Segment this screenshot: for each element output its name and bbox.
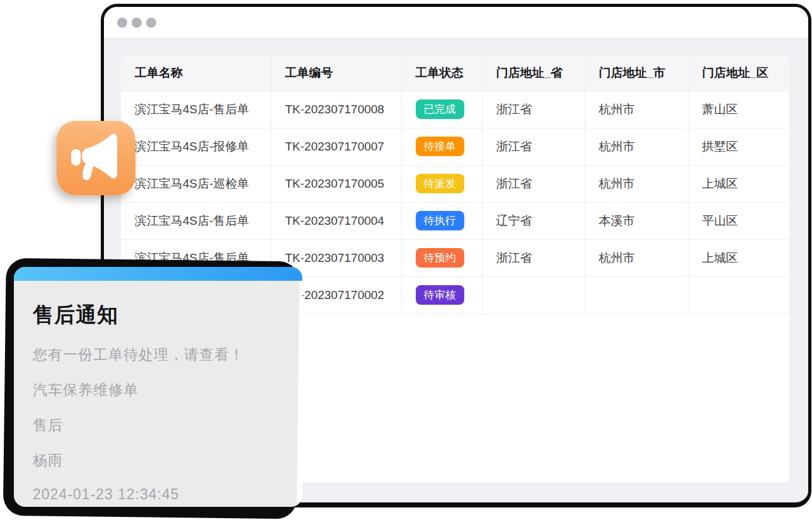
status-badge: 待审核: [416, 285, 464, 305]
notification-card[interactable]: 售后通知 您有一份工单待处理，请查看！ 汽车保养维修单 售后 杨雨 2024-0…: [14, 267, 302, 507]
status-badge: 待派发: [416, 174, 464, 193]
cell-store-city: 杭州市: [585, 128, 688, 165]
cell-store-province: 浙江省: [482, 165, 585, 202]
cell-order-code: TK-202307170007: [271, 128, 401, 165]
window-control-dot[interactable]: [117, 18, 127, 28]
table-row: 滨江宝马4S店-巡检单TK-202307170005待派发浙江省杭州市上城区: [121, 165, 789, 202]
notification-accent-bar: [14, 267, 302, 281]
cell-order-status: 待审核: [401, 276, 482, 314]
cell-store-district: [688, 276, 789, 314]
notification-timestamp: 2024-01-23 12:34:45: [33, 486, 283, 503]
window-control-dot[interactable]: [146, 18, 156, 28]
cell-order-status: 待执行: [401, 202, 482, 239]
cell-store-province: 浙江省: [482, 239, 585, 276]
cell-store-district: 拱墅区: [688, 128, 789, 165]
cell-store-district: 上城区: [688, 239, 789, 276]
window-control-dot[interactable]: [132, 18, 142, 28]
cell-store-city: 本溪市: [585, 202, 688, 239]
column-header-order-code: 工单编号: [271, 56, 401, 91]
table-row: 滨江宝马4S店-售后单TK-202307170004待执行辽宁省本溪市平山区: [121, 202, 789, 239]
window-titlebar: [104, 7, 808, 38]
status-badge: 待执行: [416, 211, 464, 230]
table-row: 滨江宝马4S店-报修单TK-202307170007待接单浙江省杭州市拱墅区: [121, 128, 789, 165]
cell-store-city: 杭州市: [585, 165, 688, 202]
cell-store-city: 杭州市: [585, 91, 688, 128]
cell-order-status: 待预约: [401, 239, 482, 276]
cell-store-city: [585, 276, 688, 314]
cell-store-province: [482, 276, 585, 314]
cell-store-province: 浙江省: [482, 91, 585, 128]
status-badge: 待预约: [416, 248, 464, 268]
column-header-store-district: 门店地址_区: [688, 56, 789, 91]
status-badge: 已完成: [416, 99, 464, 119]
notification-assignee: 杨雨: [33, 451, 283, 470]
cell-order-status: 已完成: [401, 91, 482, 128]
notification-title: 售后通知: [33, 301, 283, 329]
megaphone-glyph: [57, 121, 135, 195]
cell-order-status: 待接单: [401, 128, 482, 165]
notification-card-wrapper: 售后通知 您有一份工单待处理，请查看！ 汽车保养维修单 售后 杨雨 2024-0…: [14, 267, 302, 507]
notification-message: 您有一份工单待处理，请查看！: [33, 345, 283, 365]
cell-order-name: 滨江宝马4S店-报修单: [121, 128, 271, 165]
cell-order-code: TK-202307170004: [271, 202, 401, 239]
column-header-store-province: 门店地址_省: [482, 56, 585, 91]
cell-store-province: 辽宁省: [482, 202, 585, 239]
status-badge: 待接单: [416, 137, 464, 156]
notification-order-type: 汽车保养维修单: [33, 380, 283, 400]
cell-store-city: 杭州市: [585, 239, 688, 276]
cell-store-district: 萧山区: [688, 91, 789, 128]
cell-store-district: 平山区: [688, 202, 789, 239]
cell-order-status: 待派发: [401, 165, 482, 202]
notification-content: 售后通知 您有一份工单待处理，请查看！ 汽车保养维修单 售后 杨雨 2024-0…: [14, 281, 302, 503]
megaphone-icon: [57, 121, 135, 195]
cell-order-name: 滨江宝马4S店-售后单: [121, 202, 271, 239]
cell-store-district: 上城区: [688, 165, 789, 202]
cell-order-name: 滨江宝马4S店-巡检单: [121, 165, 271, 202]
table-header-row: 工单名称 工单编号 工单状态 门店地址_省 门店地址_市 门店地址_区: [121, 56, 789, 91]
cell-store-province: 浙江省: [482, 128, 585, 165]
screenshot-stage: 工单名称 工单编号 工单状态 门店地址_省 门店地址_市 门店地址_区 滨江宝马…: [0, 0, 812, 532]
cell-order-name: 滨江宝马4S店-售后单: [121, 91, 271, 128]
cell-order-code: TK-202307170008: [271, 91, 401, 128]
notification-category: 售后: [33, 416, 283, 435]
table-row: 滨江宝马4S店-售后单TK-202307170008已完成浙江省杭州市萧山区: [121, 91, 789, 128]
cell-order-code: TK-202307170005: [271, 165, 401, 202]
column-header-store-city: 门店地址_市: [585, 56, 688, 91]
column-header-order-status: 工单状态: [401, 56, 482, 91]
column-header-order-name: 工单名称: [121, 56, 271, 91]
